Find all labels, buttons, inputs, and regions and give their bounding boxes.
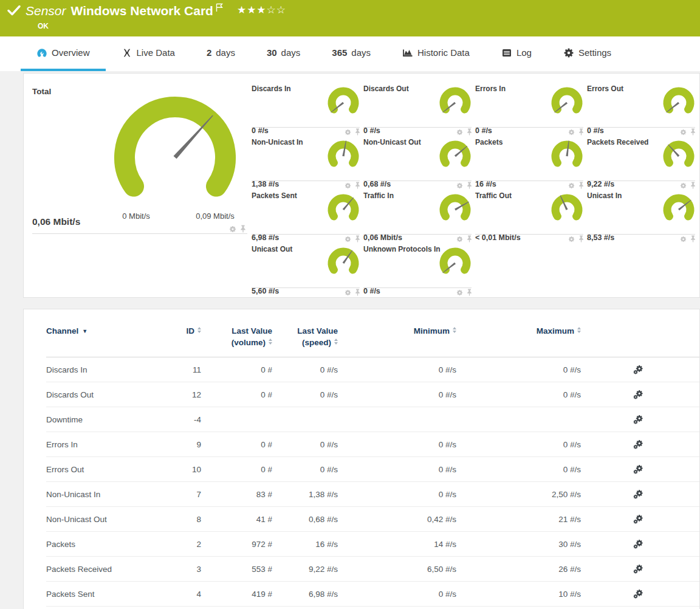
cell-last-volume: 0 # [201,365,272,374]
total-gauge [108,95,242,208]
channel-settings-gears-icon[interactable] [633,539,643,549]
tab-overview[interactable]: Overview [21,36,106,71]
cell-minimum: 0 #/s [338,490,456,499]
cell-channel[interactable]: Discards Out [46,390,180,399]
gauge [546,140,585,174]
gauge-pin-icon[interactable] [354,235,361,243]
small-gauge-cell: Traffic Out < 0,01 Mbit/s [475,190,587,244]
channel-settings-gears-icon[interactable] [633,564,643,574]
channel-settings-gears-icon[interactable] [633,464,643,475]
gauge-settings-gear-icon[interactable] [680,182,687,189]
priority-flag-icon[interactable] [216,3,224,15]
tab-historic-data[interactable]: Historic Data [386,36,486,71]
gauge-pin-icon[interactable] [466,235,473,243]
channel-settings-gears-icon[interactable] [633,489,643,500]
cell-channel[interactable]: Non-Unicast In [46,490,180,499]
tab-days-30[interactable]: 30days [251,36,316,71]
cell-last-volume: 0 # [201,440,272,449]
gauge-value: 1,38 #/s [252,180,279,188]
gauge-pin-icon[interactable] [578,128,585,136]
cell-channel[interactable]: Packets [46,540,180,549]
gauge-settings-gear-icon[interactable] [456,129,463,136]
gauge-settings-gear-icon[interactable] [456,289,463,296]
filter-caret-icon[interactable]: ▼ [82,326,88,337]
cell-minimum: 0,42 #/s [338,515,456,524]
cell-last-speed: 0 #/s [272,390,338,399]
tab-label: Historic Data [417,47,470,58]
gauge-settings-gear-icon[interactable] [568,182,575,189]
gauge-pin-icon[interactable] [239,225,247,233]
gauge-settings-gear-icon[interactable] [680,129,687,136]
cell-maximum: 0 #/s [456,440,581,449]
gauge-title: Packets Sent [252,191,297,200]
tab-number: 365 [332,47,347,58]
sort-arrows-icon[interactable] [577,327,581,333]
gauge-settings-gear-icon[interactable] [345,236,351,243]
channel-settings-gears-icon[interactable] [633,365,643,375]
gauge-pin-icon[interactable] [354,128,361,136]
gauge [323,194,362,228]
channel-settings-gears-icon[interactable] [633,589,643,599]
priority-stars[interactable]: ★★★☆☆ [237,4,286,16]
gauge-pin-icon[interactable] [690,128,696,136]
tab-label: days [281,47,301,58]
channel-table-header: Channel▼IDLast Value(volume)Last Value(s… [46,325,699,357]
gauge-value: 0,06 Mbit/s [363,233,402,242]
gauge-pin-icon[interactable] [466,182,473,189]
column-header-id[interactable]: ID [180,325,201,337]
gauge-pin-icon[interactable] [690,235,696,243]
channel-settings-gears-icon[interactable] [633,390,643,400]
cell-last-volume: 0 # [201,390,272,399]
channel-settings-gears-icon[interactable] [633,514,643,525]
gauge-title: Packets [475,138,503,146]
cell-last-volume: 553 # [201,565,272,574]
gauge-settings-gear-icon[interactable] [345,289,351,296]
column-header-minimum[interactable]: Minimum [338,325,456,337]
tab-live-data[interactable]: Live Data [106,36,191,71]
gauge-pin-icon[interactable] [354,289,361,296]
gauge-settings-gear-icon[interactable] [345,129,351,136]
gauge-settings-gear-icon[interactable] [568,236,575,243]
small-gauge-cell: Traffic In 0,06 Mbit/s [363,190,475,244]
tab-days-365[interactable]: 365days [316,36,386,71]
gauge-pin-icon[interactable] [354,182,361,189]
cell-maximum: 2,50 #/s [456,490,581,499]
gauge-pin-icon[interactable] [578,235,585,243]
column-header-maximum[interactable]: Maximum [456,325,581,337]
cell-channel[interactable]: Non-Unicast Out [46,515,180,524]
cell-channel[interactable]: Packets Sent [46,590,180,599]
cell-channel[interactable]: Packets Received [46,565,180,574]
cell-channel[interactable]: Downtime [46,415,180,424]
tab-days-2[interactable]: 2days [191,36,251,71]
tab-log[interactable]: Log [486,36,547,71]
tab-settings[interactable]: Settings [547,36,627,71]
gauge-controls [345,289,361,296]
column-header-last-value-volume-[interactable]: Last Value(volume) [201,325,272,348]
gauge-pin-icon[interactable] [466,128,473,136]
gauge-settings-gear-icon[interactable] [680,236,687,243]
gauge-pin-icon[interactable] [466,289,473,296]
column-header-last-value-speed-[interactable]: Last Value(speed) [272,325,338,348]
gauge-settings-gear-icon[interactable] [229,225,236,233]
gauge-title: Non-Unicast Out [363,138,421,146]
cell-channel[interactable]: Errors Out [46,465,180,474]
status-check-icon [7,5,21,18]
cell-minimum: 6,50 #/s [338,565,456,574]
channel-settings-gears-icon[interactable] [633,439,643,450]
cell-minimum: 0 #/s [338,365,456,374]
cell-maximum: 0 #/s [456,390,581,399]
gauge-settings-gear-icon[interactable] [568,129,575,136]
small-gauge-cell: Packets Received 9,22 #/s [587,137,699,190]
cell-channel[interactable]: Discards In [46,365,180,374]
column-header-channel[interactable]: Channel▼ [46,325,180,337]
gauge-pin-icon[interactable] [578,182,585,189]
gauge-title: Non-Unicast In [252,138,303,146]
sort-arrows-icon[interactable] [334,339,338,345]
cell-channel[interactable]: Errors In [46,440,180,449]
gauge-value: 0,68 #/s [363,180,391,188]
channel-settings-gears-icon[interactable] [633,415,643,425]
gauge-settings-gear-icon[interactable] [456,182,463,189]
gauge-pin-icon[interactable] [690,182,696,189]
gauge-settings-gear-icon[interactable] [345,182,351,189]
gauge-settings-gear-icon[interactable] [456,236,463,243]
